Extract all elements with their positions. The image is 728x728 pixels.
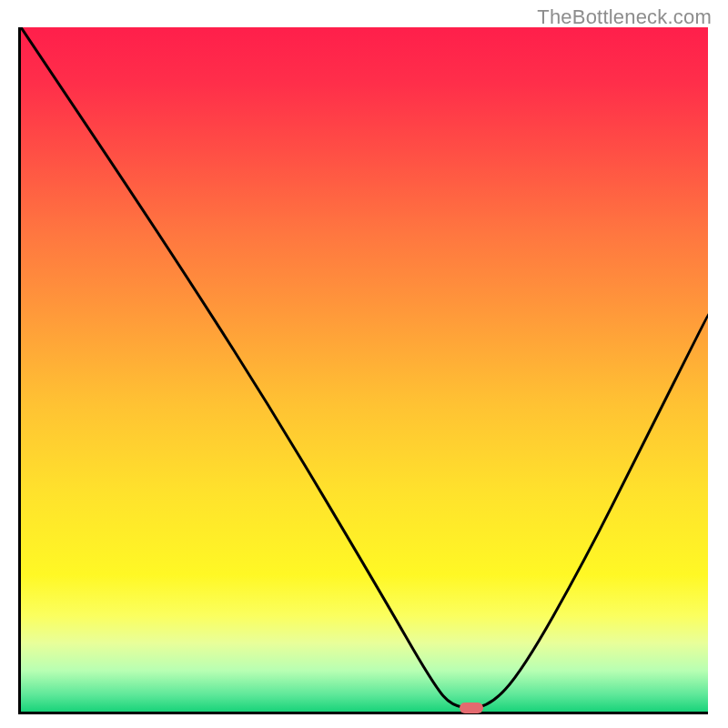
plot-area: [18, 27, 708, 714]
watermark-text: TheBottleneck.com: [537, 5, 712, 29]
bottleneck-curve-path: [21, 27, 708, 708]
curve-svg: [21, 27, 708, 712]
bottleneck-chart: TheBottleneck.com: [0, 0, 728, 728]
optimal-point-marker: [460, 703, 483, 713]
